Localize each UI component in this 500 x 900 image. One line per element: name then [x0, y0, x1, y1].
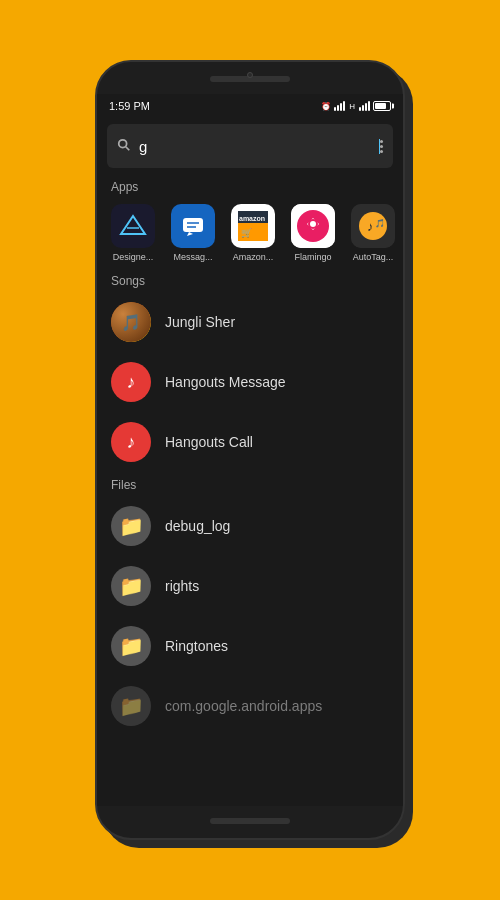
file-icon-com-google: 📁 [111, 686, 151, 726]
status-icons: ⏰ H [321, 101, 391, 111]
overflow-menu-button[interactable] [380, 140, 383, 153]
app-label-autotag: AutoTag... [347, 252, 399, 262]
file-name-ringtones: Ringtones [165, 638, 228, 654]
songs-section-header: Songs [97, 268, 403, 292]
file-item-com-google[interactable]: 📁 com.google.android.apps [97, 676, 403, 736]
apps-section-header: Apps [97, 174, 403, 198]
file-item-rights[interactable]: 📁 rights [97, 556, 403, 616]
file-name-rights: rights [165, 578, 199, 594]
song-art-jungli [111, 302, 151, 342]
svg-text:amazon: amazon [239, 215, 265, 222]
song-title-jungli: Jungli Sher [165, 314, 235, 330]
phone-device: 1:59 PM ⏰ H [95, 60, 405, 840]
app-label-amazon: Amazon... [227, 252, 279, 262]
svg-text:♪: ♪ [367, 219, 374, 234]
svg-line-1 [126, 146, 130, 150]
status-time: 1:59 PM [109, 100, 150, 112]
phone-bottom-bar [210, 818, 290, 824]
file-item-debug-log[interactable]: 📁 debug_log [97, 496, 403, 556]
app-item-messages[interactable]: Messag... [167, 204, 219, 262]
battery-icon [373, 101, 391, 111]
music-note-icon-2: ♪ [127, 432, 136, 453]
phone-camera [247, 72, 253, 78]
file-name-com-google: com.google.android.apps [165, 698, 322, 714]
app-icon-designer [111, 204, 155, 248]
alarm-icon: ⏰ [321, 102, 331, 111]
app-icon-flamingo [291, 204, 335, 248]
svg-text:🛒: 🛒 [241, 227, 253, 239]
svg-text:🎵: 🎵 [375, 218, 385, 228]
search-icon [117, 138, 131, 155]
song-title-hangouts-call: Hangouts Call [165, 434, 253, 450]
app-item-flamingo[interactable]: Flamingo [287, 204, 339, 262]
song-icon-jungli [111, 302, 151, 342]
screen: 1:59 PM ⏰ H [97, 94, 403, 806]
svg-point-0 [119, 139, 127, 147]
folder-icon-2: 📁 [119, 574, 144, 598]
song-item-jungli[interactable]: Jungli Sher [97, 292, 403, 352]
song-icon-hangouts-call: ♪ [111, 422, 151, 462]
song-item-hangouts-call[interactable]: ♪ Hangouts Call [97, 412, 403, 472]
app-icon-autotag: ♪ 🎵 [351, 204, 395, 248]
folder-icon-3: 📁 [119, 634, 144, 658]
music-note-icon: ♪ [127, 372, 136, 393]
files-section-header: Files [97, 472, 403, 496]
song-title-hangouts-msg: Hangouts Message [165, 374, 286, 390]
signal-bars [334, 101, 345, 111]
apps-row: Designe... Messag... [97, 198, 403, 268]
file-icon-debug-log: 📁 [111, 506, 151, 546]
app-icon-amazon: amazon 🛒 [231, 204, 275, 248]
signal-bars-2 [359, 101, 370, 111]
svg-marker-2 [121, 216, 145, 234]
app-item-designer[interactable]: Designe... [107, 204, 159, 262]
status-bar: 1:59 PM ⏰ H [97, 94, 403, 118]
app-item-autotag[interactable]: ♪ 🎵 AutoTag... [347, 204, 399, 262]
song-icon-hangouts-msg: ♪ [111, 362, 151, 402]
app-label-designer: Designe... [107, 252, 159, 262]
file-name-debug-log: debug_log [165, 518, 230, 534]
file-icon-ringtones: 📁 [111, 626, 151, 666]
app-label-messages: Messag... [167, 252, 219, 262]
h-icon: H [349, 102, 355, 111]
file-item-ringtones[interactable]: 📁 Ringtones [97, 616, 403, 676]
search-bar[interactable]: g [107, 124, 393, 168]
folder-icon: 📁 [119, 514, 144, 538]
svg-point-15 [310, 221, 316, 227]
file-icon-rights: 📁 [111, 566, 151, 606]
app-item-amazon[interactable]: amazon 🛒 Amazon... [227, 204, 279, 262]
svg-rect-4 [183, 218, 203, 232]
battery-fill [375, 103, 386, 109]
search-input[interactable]: g [139, 138, 378, 155]
app-label-flamingo: Flamingo [287, 252, 339, 262]
folder-icon-4: 📁 [119, 694, 144, 718]
app-icon-messages [171, 204, 215, 248]
song-item-hangouts-msg[interactable]: ♪ Hangouts Message [97, 352, 403, 412]
